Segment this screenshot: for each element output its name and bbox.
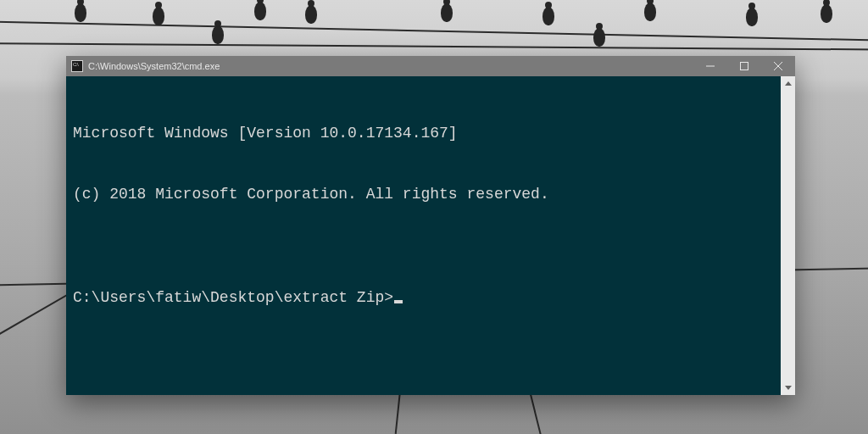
maximize-icon: [740, 62, 748, 70]
cursor: [394, 300, 403, 303]
prompt-text: C:\Users\fatiw\Desktop\extract Zip>: [73, 287, 393, 308]
close-button[interactable]: [761, 56, 795, 76]
minimize-button[interactable]: [693, 56, 727, 76]
titlebar[interactable]: C:\Windows\System32\cmd.exe: [66, 56, 795, 76]
vertical-scrollbar[interactable]: [781, 76, 795, 395]
chevron-down-icon: [785, 386, 792, 390]
svg-rect-0: [741, 63, 748, 70]
maximize-button[interactable]: [727, 56, 761, 76]
cmd-icon: [71, 60, 83, 72]
cmd-window: C:\Windows\System32\cmd.exe Microsoft Wi…: [66, 56, 795, 395]
copyright-line: (c) 2018 Microsoft Corporation. All righ…: [73, 184, 774, 204]
close-icon: [774, 62, 782, 70]
scroll-up-button[interactable]: [781, 76, 795, 91]
terminal-output[interactable]: Microsoft Windows [Version 10.0.17134.16…: [66, 76, 781, 395]
scroll-down-button[interactable]: [781, 381, 795, 395]
version-line: Microsoft Windows [Version 10.0.17134.16…: [73, 123, 774, 143]
chevron-up-icon: [785, 81, 792, 86]
client-area: Microsoft Windows [Version 10.0.17134.16…: [66, 76, 795, 395]
minimize-icon: [706, 62, 715, 70]
prompt-line: C:\Users\fatiw\Desktop\extract Zip>: [73, 287, 774, 308]
window-title: C:\Windows\System32\cmd.exe: [88, 61, 220, 71]
